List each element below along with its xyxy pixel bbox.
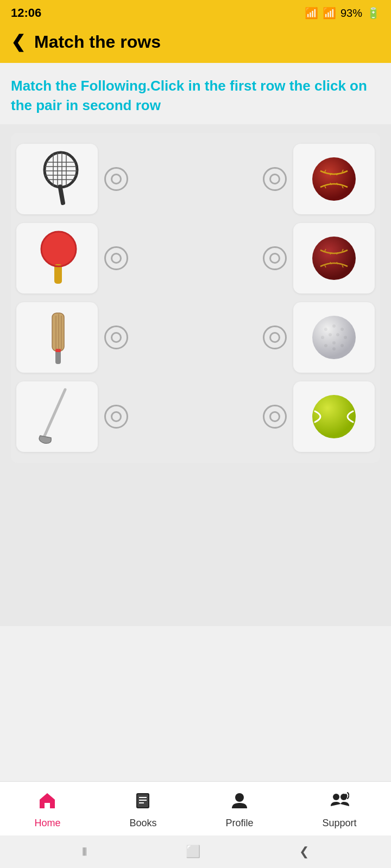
left-item-3 bbox=[16, 302, 128, 373]
right-item-4 bbox=[263, 381, 375, 452]
item-box-cricket-ball-2[interactable] bbox=[293, 223, 375, 293]
svg-line-50 bbox=[43, 390, 65, 438]
svg-point-48 bbox=[340, 344, 344, 347]
golf-ball-icon bbox=[310, 313, 358, 362]
nav-item-books[interactable]: Books bbox=[129, 791, 156, 829]
support-icon bbox=[330, 791, 349, 815]
android-recent-btn[interactable]: ⦀ bbox=[82, 845, 87, 859]
status-icons: 📶 📶 93% 🔋 bbox=[305, 7, 380, 20]
radio-inner-left-2 bbox=[111, 253, 122, 264]
tennis-racket-icon bbox=[33, 149, 81, 209]
books-icon bbox=[133, 791, 153, 815]
svg-point-0 bbox=[45, 152, 77, 187]
nav-label-books: Books bbox=[129, 818, 156, 829]
radio-inner-left-4 bbox=[111, 411, 122, 422]
item-box-cricket-ball-1[interactable] bbox=[293, 144, 375, 214]
android-back-btn[interactable]: ❮ bbox=[299, 845, 309, 859]
svg-point-57 bbox=[235, 793, 244, 802]
svg-point-11 bbox=[312, 157, 356, 201]
svg-point-42 bbox=[321, 336, 324, 339]
item-box-tennis-ball[interactable] bbox=[293, 381, 375, 452]
radio-inner-right-1 bbox=[269, 174, 280, 184]
tennis-ball-icon bbox=[310, 392, 358, 441]
cricket-ball-1-icon bbox=[310, 155, 358, 203]
right-item-1 bbox=[263, 144, 375, 214]
left-item-1 bbox=[16, 144, 128, 214]
content-spacer bbox=[0, 626, 391, 781]
svg-point-51 bbox=[312, 395, 356, 438]
radio-right-4[interactable] bbox=[263, 405, 287, 429]
svg-point-47 bbox=[332, 341, 336, 344]
match-row-2 bbox=[16, 223, 375, 293]
svg-point-39 bbox=[324, 328, 327, 331]
match-row-3 bbox=[16, 302, 375, 373]
match-container bbox=[11, 133, 380, 463]
ping-pong-icon bbox=[33, 228, 81, 288]
golf-club-icon bbox=[33, 387, 81, 446]
item-box-golf-club[interactable] bbox=[16, 381, 98, 452]
cricket-ball-2-icon bbox=[310, 234, 358, 283]
battery-icon: 🔋 bbox=[367, 7, 380, 20]
svg-point-58 bbox=[333, 794, 339, 800]
svg-point-49 bbox=[332, 347, 336, 350]
nav-item-profile[interactable]: Profile bbox=[225, 791, 253, 829]
nav-item-support[interactable]: Support bbox=[322, 791, 356, 829]
home-icon bbox=[37, 791, 57, 815]
item-box-cricket-bat[interactable] bbox=[16, 302, 98, 373]
radio-right-3[interactable] bbox=[263, 326, 287, 349]
svg-point-45 bbox=[344, 336, 347, 339]
svg-rect-32 bbox=[52, 313, 64, 351]
svg-point-46 bbox=[324, 344, 327, 347]
main-content bbox=[0, 124, 391, 627]
page-title: Match the rows bbox=[34, 32, 161, 52]
cricket-bat-icon bbox=[33, 308, 81, 367]
radio-left-4[interactable] bbox=[104, 405, 128, 429]
battery-text: 93% bbox=[340, 7, 362, 20]
back-button[interactable]: ❮ bbox=[11, 31, 26, 52]
svg-point-44 bbox=[336, 333, 339, 336]
radio-inner-right-3 bbox=[269, 332, 280, 343]
match-row-1 bbox=[16, 144, 375, 214]
radio-inner-left-1 bbox=[111, 174, 122, 184]
radio-inner-right-2 bbox=[269, 253, 280, 264]
nav-label-profile: Profile bbox=[225, 818, 253, 829]
item-box-golf-ball[interactable] bbox=[293, 302, 375, 373]
match-row-4 bbox=[16, 381, 375, 452]
nav-label-support: Support bbox=[322, 818, 356, 829]
svg-point-40 bbox=[332, 324, 336, 328]
bottom-nav: Home Books Profile bbox=[0, 781, 391, 835]
android-home-btn[interactable]: ⬜ bbox=[186, 845, 200, 859]
signal-icon: 📶 bbox=[323, 7, 336, 20]
status-time: 12:06 bbox=[11, 6, 41, 20]
svg-point-41 bbox=[340, 328, 344, 331]
left-item-2 bbox=[16, 223, 128, 293]
instruction-section: Match the Following.Click in the first r… bbox=[0, 63, 391, 124]
right-item-3 bbox=[263, 302, 375, 373]
svg-point-38 bbox=[312, 316, 356, 359]
radio-left-1[interactable] bbox=[104, 167, 128, 191]
status-bar: 12:06 📶 📶 93% 🔋 bbox=[0, 0, 391, 26]
item-box-ping-pong[interactable] bbox=[16, 223, 98, 293]
android-nav-bar: ⦀ ⬜ ❮ bbox=[0, 835, 391, 868]
left-item-4 bbox=[16, 381, 128, 452]
svg-point-23 bbox=[312, 237, 356, 280]
right-item-2 bbox=[263, 223, 375, 293]
radio-right-1[interactable] bbox=[263, 167, 287, 191]
radio-left-3[interactable] bbox=[104, 326, 128, 349]
radio-inner-right-4 bbox=[269, 411, 280, 422]
wifi-icon: 📶 bbox=[305, 7, 318, 20]
nav-label-home: Home bbox=[34, 818, 60, 829]
radio-left-2[interactable] bbox=[104, 246, 128, 270]
profile-icon bbox=[230, 791, 249, 815]
item-box-tennis-racket[interactable] bbox=[16, 144, 98, 214]
svg-point-43 bbox=[329, 333, 332, 336]
header: ❮ Match the rows bbox=[0, 26, 391, 63]
nav-item-home[interactable]: Home bbox=[34, 791, 60, 829]
radio-inner-left-3 bbox=[111, 332, 122, 343]
instruction-text: Match the Following.Click in the first r… bbox=[11, 76, 380, 116]
radio-right-2[interactable] bbox=[263, 246, 287, 270]
